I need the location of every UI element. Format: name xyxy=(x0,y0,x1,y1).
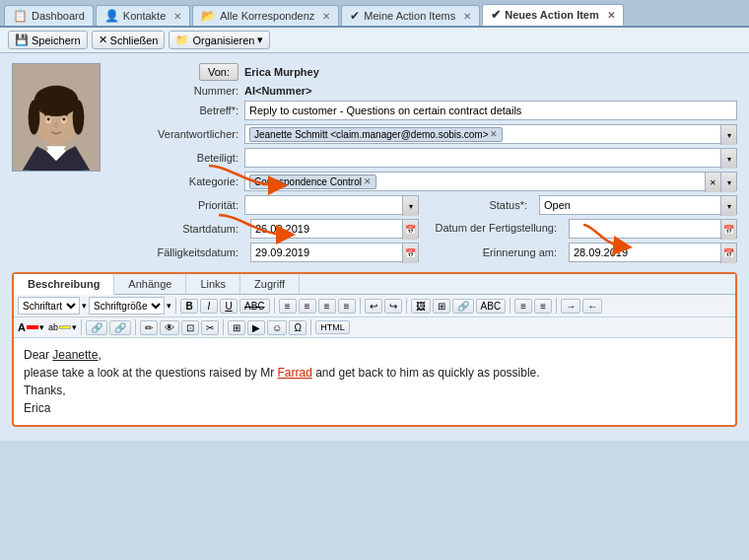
farrad-link: Farrad xyxy=(277,366,311,380)
prioritaet-label: Priorität: xyxy=(110,199,238,211)
avatar xyxy=(12,63,101,172)
tab-korrespondenz[interactable]: 📂 Alle Korrespondenz ✕ xyxy=(192,5,339,26)
fullscreen-button[interactable]: ⊡ xyxy=(181,320,199,335)
prioritaet-dropdown[interactable]: ▾ xyxy=(402,196,418,216)
insert-image-button[interactable]: 🖼 xyxy=(411,299,431,314)
save-button[interactable]: 💾 Speichern xyxy=(8,31,88,49)
table-insert-button2[interactable]: ⊞ xyxy=(228,320,245,335)
betreff-input[interactable] xyxy=(244,101,737,120)
list-ordered-button[interactable]: ≡ xyxy=(534,299,552,314)
form-area: Von: Erica Murphey Nummer: AI<Nummer> Be… xyxy=(12,63,737,262)
align-center-button[interactable]: ≡ xyxy=(299,299,316,314)
tab-links-label: Links xyxy=(200,278,226,290)
faelligkeit-calendar[interactable]: 📅 xyxy=(402,244,418,263)
align-right-button[interactable]: ≡ xyxy=(318,299,336,314)
html-button[interactable]: HTML xyxy=(315,320,350,334)
align-left-button[interactable]: ≡ xyxy=(279,299,297,314)
indent-button[interactable]: → xyxy=(561,299,580,314)
content-line3: Thanks, xyxy=(24,382,725,399)
font-color-button[interactable]: A ▾ xyxy=(18,321,44,333)
close-label: Schließen xyxy=(110,35,159,46)
tab-bar: 📋 Dashboard 👤 Kontakte ✕ 📂 Alle Korrespo… xyxy=(0,0,749,28)
tab-zugriff[interactable]: Zugriff xyxy=(240,274,300,294)
kategorie-chip-close[interactable]: ✕ xyxy=(364,176,372,186)
von-row: Von: Erica Murphey xyxy=(110,63,737,81)
content-line4: Erica xyxy=(24,399,725,417)
rte-divider5 xyxy=(510,298,511,314)
rte-divider4 xyxy=(406,298,407,314)
size-select[interactable]: Schriftgröße xyxy=(89,297,165,315)
verantwortlicher-label: Verantwortlicher: xyxy=(110,128,238,140)
tab-korrespondenz-label: Alle Korrespondenz xyxy=(220,10,314,22)
tab-links[interactable]: Links xyxy=(186,274,240,294)
rte-toolbar-row2: A ▾ ab ▾ 🔗 🔗 ✏ 👁 ⊡ ✂ ⊞ ▶ xyxy=(14,317,735,338)
inner-tab-strip: Beschreibung Anhänge Links Zugriff xyxy=(14,274,735,295)
tab-dashboard[interactable]: 📋 Dashboard xyxy=(4,5,94,26)
startdatum-value: 26.09.2019 xyxy=(251,220,402,238)
justify-button[interactable]: ≡ xyxy=(338,299,356,314)
emoticon-button[interactable]: ☺ xyxy=(267,320,287,335)
cut-button[interactable]: ✂ xyxy=(201,320,219,335)
media-button[interactable]: ▶ xyxy=(247,320,265,335)
font-select[interactable]: Schriftart xyxy=(18,297,80,315)
tab-kontakte-close[interactable]: ✕ xyxy=(173,11,181,22)
insert-table-button[interactable]: ⊞ xyxy=(433,299,450,314)
rte-toolbar-row1: Schriftart ▾ Schriftgröße ▾ B I U ABC ≡ … xyxy=(14,295,735,317)
list-unordered-button[interactable]: ≡ xyxy=(514,299,532,314)
korrespondenz-icon: 📂 xyxy=(201,9,216,23)
tab-kontakte[interactable]: 👤 Kontakte ✕ xyxy=(96,5,190,26)
link-button2[interactable]: 🔗 xyxy=(86,320,107,335)
spell-check-button[interactable]: ABC xyxy=(476,299,507,314)
rte-divider6 xyxy=(556,298,557,314)
rte-content-area[interactable]: Dear Jeanette, please take a look at the… xyxy=(14,338,735,425)
startdatum-field: Startdatum: 26.09.2019 📅 xyxy=(110,219,419,239)
erinnerung-value: 28.09.2019 xyxy=(570,244,720,261)
verantwortlicher-dropdown[interactable]: ▾ xyxy=(720,125,736,145)
nummer-row: Nummer: AI<Nummer> xyxy=(110,85,737,97)
unlink-button[interactable]: 🔗 xyxy=(109,320,131,335)
highlight-button[interactable]: ab ▾ xyxy=(48,322,77,332)
datum-fertig-calendar[interactable]: 📅 xyxy=(720,220,736,240)
tab-korrespondenz-close[interactable]: ✕ xyxy=(322,11,330,22)
tab-anhaenge[interactable]: Anhänge xyxy=(114,274,186,294)
bold-button[interactable]: B xyxy=(180,299,198,314)
tab-neues-action-close[interactable]: ✕ xyxy=(607,10,615,21)
status-dropdown[interactable]: ▾ xyxy=(720,196,736,216)
tab-neues-action[interactable]: ✔ Neues Action Item ✕ xyxy=(482,4,624,26)
kategorie-dropdown[interactable]: ▾ xyxy=(720,173,736,192)
special-char-button[interactable]: Ω xyxy=(289,320,306,335)
kontakte-icon: 👤 xyxy=(104,9,119,23)
close-icon: ✕ xyxy=(99,34,107,46)
undo-button[interactable]: ↩ xyxy=(365,299,382,314)
startdatum-calendar[interactable]: 📅 xyxy=(402,220,418,240)
kategorie-chip: Correspondence Control ✕ xyxy=(249,175,376,189)
dates-row1: Startdatum: 26.09.2019 📅 Datum der Ferti… xyxy=(110,219,737,239)
svg-point-10 xyxy=(62,117,65,120)
kategorie-clear[interactable]: ✕ xyxy=(705,173,720,192)
kategorie-chip-text: Correspondence Control xyxy=(254,176,362,187)
redo-button[interactable]: ↪ xyxy=(384,299,402,314)
italic-button[interactable]: I xyxy=(200,299,218,314)
status-field: Status*: Open ▾ xyxy=(429,195,737,215)
tab-beschreibung[interactable]: Beschreibung xyxy=(14,274,114,295)
edit-source-button[interactable]: ✏ xyxy=(140,320,158,335)
strikethrough-button[interactable]: ABC xyxy=(239,299,270,314)
rte-divider7 xyxy=(81,319,82,335)
chip-close-icon[interactable]: ✕ xyxy=(490,129,498,139)
underline-button[interactable]: U xyxy=(220,299,238,314)
von-button[interactable]: Von: xyxy=(199,63,238,81)
svg-point-9 xyxy=(47,117,50,120)
dates-row2: Fälligkeitsdatum: 29.09.2019 📅 Erinnerun… xyxy=(110,243,737,262)
tab-meine-action-close[interactable]: ✕ xyxy=(463,11,471,22)
close-button[interactable]: ✕ Schließen xyxy=(92,31,166,49)
insert-link-button[interactable]: 🔗 xyxy=(452,299,474,314)
beteiligt-dropdown[interactable]: ▾ xyxy=(720,149,736,169)
beteiligt-label: Beteiligt: xyxy=(110,152,238,164)
organize-button[interactable]: 📁 Organisieren ▾ xyxy=(169,31,270,49)
erinnerung-calendar[interactable]: 📅 xyxy=(720,244,736,263)
organize-label: Organisieren xyxy=(192,35,254,46)
preview-button[interactable]: 👁 xyxy=(160,320,179,335)
faelligkeit-value: 29.09.2019 xyxy=(251,244,402,261)
outdent-button[interactable]: ← xyxy=(582,299,602,314)
tab-meine-action[interactable]: ✔ Meine Action Items ✕ xyxy=(341,5,480,26)
